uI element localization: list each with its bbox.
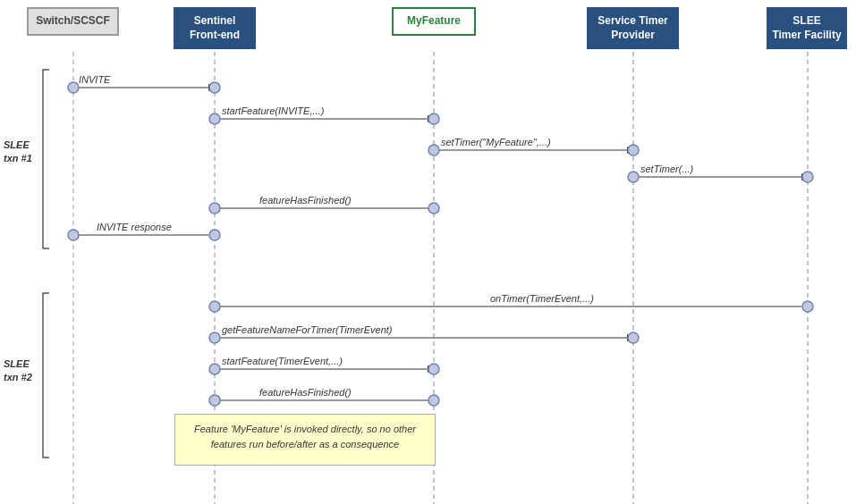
txn1-label: SLEEtxn #1	[4, 139, 32, 166]
svg-point-41	[209, 364, 220, 374]
svg-point-30	[628, 145, 639, 155]
svg-point-36	[68, 230, 79, 240]
svg-marker-18	[213, 303, 220, 310]
label-invite-response: INVITE response	[97, 222, 172, 232]
lifeline-sentinel: SentinelFront-end	[174, 7, 256, 49]
svg-point-33	[428, 203, 439, 214]
svg-point-31	[628, 172, 639, 182]
svg-marker-12	[801, 173, 809, 181]
svg-marker-6	[208, 84, 216, 91]
svg-point-44	[209, 395, 220, 406]
svg-point-38	[209, 301, 220, 312]
svg-point-40	[628, 332, 639, 343]
svg-marker-22	[428, 365, 435, 373]
svg-point-37	[802, 301, 813, 312]
svg-point-32	[802, 172, 813, 182]
svg-point-25	[68, 82, 79, 93]
lifeline-myfeature: MyFeature	[392, 7, 476, 36]
lifeline-switch: Switch/SCSCF	[27, 7, 119, 36]
label-getfeaturename: getFeatureNameForTimer(TimerEvent)	[222, 324, 393, 335]
svg-marker-16	[72, 231, 79, 239]
lifeline-slee-timer: SLEETimer Facility	[767, 7, 847, 49]
svg-marker-20	[627, 334, 634, 341]
lifeline-service-timer: Service TimerProvider	[587, 7, 679, 49]
label-startfeature1: startFeature(INVITE,...)	[222, 105, 324, 116]
svg-point-28	[428, 113, 439, 124]
svg-marker-8	[428, 115, 435, 122]
label-startfeature2: startFeature(TimerEvent,...)	[222, 356, 343, 366]
svg-point-29	[428, 145, 439, 155]
svg-point-35	[209, 230, 220, 240]
label-settimer-myfeature: setTimer("MyFeature",...)	[441, 137, 551, 147]
svg-marker-14	[213, 205, 220, 212]
svg-point-27	[209, 113, 220, 124]
svg-point-43	[428, 395, 439, 406]
diagram-container: Switch/SCSCF SentinelFront-end MyFeature…	[0, 0, 856, 504]
txn2-label: SLEEtxn #2	[4, 357, 32, 385]
label-settimer-slee: setTimer(...)	[640, 164, 693, 174]
label-invite: INVITE	[79, 74, 110, 85]
svg-point-39	[209, 332, 220, 343]
note-box: Feature 'MyFeature' is invoked directly,…	[174, 414, 436, 466]
svg-point-34	[209, 203, 220, 214]
label-featurefinished1: featureHasFinished()	[259, 195, 352, 206]
svg-marker-24	[213, 397, 220, 404]
label-ontimer: onTimer(TimerEvent,...)	[490, 293, 594, 304]
label-featurefinished2: featureHasFinished()	[259, 387, 352, 398]
svg-marker-10	[627, 147, 634, 154]
svg-point-42	[428, 364, 439, 374]
svg-point-26	[209, 82, 220, 93]
